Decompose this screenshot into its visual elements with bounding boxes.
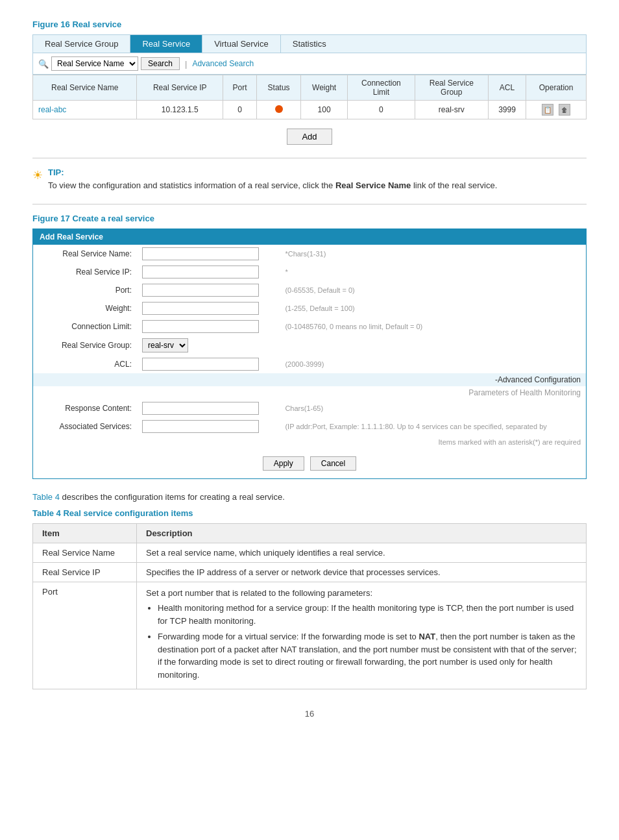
- form-hint-weight: (1-255, Default = 100): [280, 299, 586, 317]
- th-name: Real Service Name: [33, 75, 137, 101]
- tab-real-service-group[interactable]: Real Service Group: [33, 35, 130, 53]
- advanced-config-label: -Advanced Configuration: [33, 373, 586, 386]
- th-port: Port: [223, 75, 257, 101]
- table4-section: Table 4 Real service configuration items…: [32, 508, 587, 690]
- tip-text-after: link of the real service.: [411, 180, 497, 190]
- row-ip: 10.123.1.5: [137, 101, 223, 119]
- form-input-connlimit[interactable]: [142, 320, 259, 333]
- config-row-port: Port Set a port number that is related t…: [33, 582, 587, 689]
- form-hint-connlimit: (0-10485760, 0 means no limit, Default =…: [280, 317, 586, 336]
- search-field-select[interactable]: Real Service Name: [51, 56, 138, 71]
- advanced-config-header: -Advanced Configuration: [33, 373, 586, 386]
- form-label-assoc: Associated Services:: [33, 417, 137, 436]
- form-row-group: Real Service Group: real-srv: [33, 336, 586, 355]
- tab-real-service[interactable]: Real Service: [130, 35, 202, 53]
- row-weight: 100: [301, 101, 348, 119]
- row-port: 0: [223, 101, 257, 119]
- th-connlimit: ConnectionLimit: [348, 75, 415, 101]
- form-row-ip: Real Service IP: *: [33, 263, 586, 281]
- form-title-bar: Add Real Service: [33, 229, 586, 245]
- config-table: Item Description Real Service Name Set a…: [32, 523, 587, 690]
- form-label-port: Port:: [33, 281, 137, 299]
- cancel-button[interactable]: Cancel: [310, 456, 356, 471]
- add-button[interactable]: Add: [287, 129, 332, 145]
- config-item-name: Real Service Name: [33, 543, 137, 562]
- table4-link[interactable]: Table 4: [32, 492, 60, 502]
- port-bullet-2: Forwarding mode for a virtual service: I…: [158, 630, 577, 681]
- figure17-title: Figure 17 Create a real service: [32, 214, 587, 223]
- form-row-port: Port: (0-65535, Default = 0): [33, 281, 586, 299]
- search-button[interactable]: Search: [141, 57, 180, 70]
- form-row-connlimit: Connection Limit: (0-10485760, 0 means n…: [33, 317, 586, 336]
- service-name-link[interactable]: real-abc: [38, 105, 66, 114]
- search-divider: |: [185, 59, 187, 69]
- config-table-header: Item Description: [33, 523, 587, 543]
- tip-content: TIP: To view the configuration and stati…: [48, 167, 497, 192]
- config-row-ip: Real Service IP Specifies the IP address…: [33, 562, 587, 582]
- th-weight: Weight: [301, 75, 348, 101]
- config-desc-name: Set a real service name, which uniquely …: [137, 543, 587, 562]
- status-dot: [275, 105, 283, 113]
- form-input-acl[interactable]: [142, 358, 259, 371]
- page-number: 16: [32, 709, 587, 719]
- row-acl: 3999: [488, 101, 526, 119]
- tab-bar: Real Service Group Real Service Virtual …: [32, 34, 587, 53]
- health-monitoring-label: Parameters of Health Monitoring: [33, 386, 586, 399]
- figure17-section: Figure 17 Create a real service Add Real…: [32, 214, 587, 479]
- config-item-port: Port: [33, 582, 137, 689]
- form-label-ip: Real Service IP:: [33, 263, 137, 281]
- th-ip: Real Service IP: [137, 75, 223, 101]
- th-status: Status: [257, 75, 301, 101]
- form-input-assoc[interactable]: [142, 420, 259, 433]
- config-th-item: Item: [33, 523, 137, 543]
- form-input-weight[interactable]: [142, 302, 259, 315]
- form-label-name: Real Service Name:: [33, 245, 137, 263]
- form-label-connlimit: Connection Limit:: [33, 317, 137, 336]
- form-input-ip[interactable]: [142, 266, 259, 278]
- nat-bold: NAT: [419, 632, 435, 641]
- config-item-ip: Real Service IP: [33, 562, 137, 582]
- table-ref-desc: describes the configuration items for cr…: [60, 492, 285, 502]
- form-input-port[interactable]: [142, 284, 259, 297]
- tip-label: TIP:: [48, 167, 497, 177]
- form-input-name[interactable]: [142, 247, 259, 260]
- th-group: Real ServiceGroup: [415, 75, 488, 101]
- form-row-assoc: Associated Services: (IP addr:Port, Exam…: [33, 417, 586, 436]
- tip-icon: ☀: [32, 168, 43, 182]
- tip-bold-text: Real Service Name: [335, 180, 411, 190]
- copy-icon[interactable]: 📋: [542, 104, 553, 116]
- tip-text-before: To view the configuration and statistics…: [48, 180, 335, 190]
- form-select-group[interactable]: real-srv: [142, 338, 188, 352]
- row-operations: 📋 🗑: [526, 101, 587, 119]
- form-buttons-row: Apply Cancel: [33, 449, 586, 478]
- config-desc-port: Set a port number that is related to the…: [137, 582, 587, 689]
- row-group: real-srv: [415, 101, 488, 119]
- create-real-service-form: Add Real Service Real Service Name: *Cha…: [32, 229, 587, 479]
- port-bullet-1: Health monitoring method for a service g…: [158, 602, 577, 627]
- tab-virtual-service[interactable]: Virtual Service: [202, 35, 281, 53]
- form-row-name: Real Service Name: *Chars(1-31): [33, 245, 586, 263]
- figure16-title: Figure 16 Real service: [32, 19, 587, 29]
- table-header-row: Real Service Name Real Service IP Port S…: [33, 75, 587, 101]
- apply-button[interactable]: Apply: [263, 456, 304, 471]
- advanced-search-link[interactable]: Advanced Search: [192, 59, 254, 68]
- form-table: Real Service Name: *Chars(1-31) Real Ser…: [33, 245, 586, 478]
- health-monitoring-header-row: Parameters of Health Monitoring: [33, 386, 586, 399]
- tip-box: ☀ TIP: To view the configuration and sta…: [32, 167, 587, 192]
- search-bar: 🔍 Real Service Name Search | Advanced Se…: [32, 53, 587, 75]
- config-th-desc: Description: [137, 523, 587, 543]
- form-hint-name: *Chars(1-31): [280, 245, 586, 263]
- search-icon: 🔍: [38, 59, 49, 69]
- tab-statistics[interactable]: Statistics: [281, 35, 338, 53]
- port-intro: Set a port number that is related to the…: [146, 587, 577, 600]
- th-acl: ACL: [488, 75, 526, 101]
- table-row: real-abc 10.123.1.5 0 100 0 real-srv 399…: [33, 101, 587, 119]
- delete-icon[interactable]: 🗑: [559, 104, 570, 116]
- row-connlimit: 0: [348, 101, 415, 119]
- divider1: [32, 158, 587, 158]
- th-operation: Operation: [526, 75, 587, 101]
- form-input-response[interactable]: [142, 402, 259, 415]
- port-bullets: Health monitoring method for a service g…: [146, 602, 577, 681]
- form-hint-port: (0-65535, Default = 0): [280, 281, 586, 299]
- row-name: real-abc: [33, 101, 137, 119]
